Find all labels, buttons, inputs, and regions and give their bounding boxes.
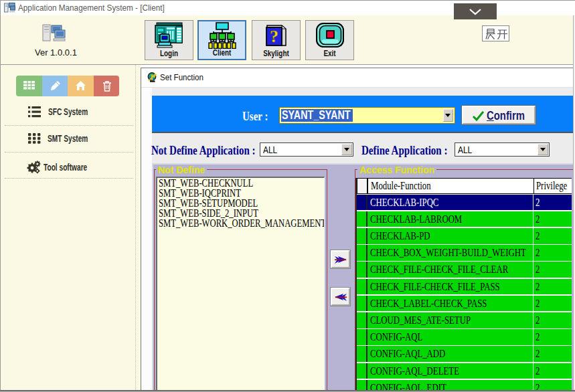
svg-text:?: ? [270, 27, 278, 46]
